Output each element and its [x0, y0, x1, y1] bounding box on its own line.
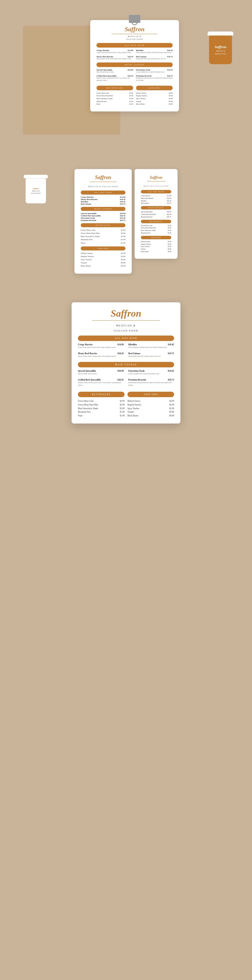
allday-hdr-sm: ALL DAY DISH: [141, 190, 171, 193]
bev-addon-xl: BEVERAGES Freeze Blast Coke$2.99 Freeze …: [78, 389, 174, 418]
xl-ao-2: Regular Nachos$3.99: [127, 403, 174, 407]
addon-4: Tomato$0.99: [136, 100, 173, 103]
xl-ao-1: Melted Cheese$4.99: [127, 399, 174, 403]
all-day-item-4: $19.75 Beef Salame Homemade fresh beef S…: [136, 56, 173, 60]
mid-ad-3: Ribollita$18.45: [81, 200, 125, 203]
sm-bev-1: Freeze Blast Coke$2.99: [141, 224, 171, 227]
brand-div-sm: [147, 181, 165, 181]
xl-ad-3: Meaty Beef Burrito $18.45 Special made w…: [78, 352, 124, 359]
mid-ao-2: Regular Nachos$3.99: [81, 255, 125, 258]
menu-card-bottom: Saffron MEXICAN &ITALIAN FOOD ALL DAY DI…: [71, 302, 181, 423]
xl-ao-4: Tomato$0.99: [127, 410, 174, 414]
main-hdr-mid: MAIN COURSE: [81, 207, 125, 211]
mid-bev-1: Freeze Blast Coke$2.99: [81, 229, 125, 232]
addons-list: Melted Cheese$4.99 Regular Nachos$3.99 S…: [136, 92, 173, 106]
sm-ad-4: Beef Salame$19.75: [141, 202, 171, 205]
addon-xl-col: ADD-ONS Melted Cheese$4.99 Regular Nacho…: [127, 389, 174, 418]
mid-ad-1: Crispy Burrito$14.99: [81, 196, 125, 198]
mid-ao-1: Melted Cheese$4.99: [81, 252, 125, 255]
addon-xl-list: Melted Cheese$4.99 Regular Nachos$3.99 S…: [127, 399, 174, 418]
addons-header: ADD-ONS: [136, 86, 173, 90]
main-item-2: $34.45 Fiorentina Steak A tasty medium r…: [136, 69, 173, 73]
beverages-list: Freeze Blast Coke$2.99 Freeze Blast Peps…: [97, 92, 133, 106]
sm-mc-2: Grilled Beef Quesadilla$26.45: [141, 213, 171, 216]
sm-ao-3: Spicy Nachos$2.99: [141, 245, 171, 248]
addon-3: Spicy Nachos$2.99: [136, 97, 173, 100]
cup-body-small-white: Saffron MEXICAN &ITALIAN FOOD: [25, 178, 46, 204]
bev-list-mid: Freeze Blast Coke$2.99 Freeze Blast Peps…: [81, 229, 125, 245]
brand-header: Saffron MEXICAN &ITALIAN FOOD: [97, 26, 173, 41]
xl-mc-1: Special Quesadilla $29.99 Special made w…: [78, 370, 124, 376]
allday-hdr-xl: ALL DAY DISH: [78, 336, 174, 341]
mid-mc-1: Special Quesadilla$29.99: [81, 212, 125, 215]
allday-grid-xl: Crispy Burrito $14.99 Crispy flour torti…: [78, 343, 174, 359]
addon-hdr-xl: ADD-ONS: [127, 392, 174, 397]
allday-list-mid: Crispy Burrito$14.99 Meaty Beef Burrito$…: [81, 196, 125, 205]
menu-card-small: Saffron MEXICAN & ITALIAN FOOD ALL DAY D…: [135, 169, 178, 259]
brand-name: Saffron: [97, 26, 173, 33]
cup-logo: Saffron MEXICAN &ITALIAN FOOD: [215, 45, 227, 55]
section-3: Saffron MEXICAN &ITALIAN FOOD ALL DAY DI…: [0, 291, 252, 441]
xl-bev-4: Mountain Dew$1.99: [78, 410, 125, 414]
bev-list-sm: Freeze Blast Coke$2.99 Freeze Blast Peps…: [141, 224, 171, 234]
menu-card-mid: Saffron MEXICAN & ITALIAN FOOD ALL DAY D…: [74, 169, 132, 274]
brand-div-xl: [92, 320, 160, 321]
section-2: Saffron MEXICAN &ITALIAN FOOD Saffron ME…: [0, 158, 252, 291]
brand-sub-xl: MEXICAN &ITALIAN FOOD: [114, 324, 139, 332]
bev-xl-col: BEVERAGES Freeze Blast Coke$2.99 Freeze …: [78, 389, 125, 418]
menu-card-top: Saffron MEXICAN &ITALIAN FOOD ALL DAY DI…: [90, 20, 179, 111]
coffee-cup-top-right: Saffron MEXICAN &ITALIAN FOOD: [206, 32, 235, 69]
addons-col: ADD-ONS Melted Cheese$4.99 Regular Nacho…: [136, 83, 173, 106]
xl-mc-4: Premium Braciole $29.75 Homemade premium…: [128, 379, 174, 388]
mid-ad-4: Beef Salame$19.75: [81, 203, 125, 205]
addon-hdr-sm: ADD-ONS: [141, 236, 171, 239]
sm-mc-1: Special Quesadilla$29.99: [141, 211, 171, 213]
xl-ad-2: Ribollita $18.45 Fresh authentic ribolli…: [128, 343, 174, 350]
sm-ad-1: Crispy Burrito$14.99: [141, 194, 171, 197]
sm-bev-2: Freeze Blast Pepsi Blue$2.99: [141, 227, 171, 229]
mid-ao-5: Black Beans$0.99: [81, 264, 125, 268]
cup-body: Saffron MEXICAN &ITALIAN FOOD: [209, 35, 232, 64]
brand-mid: Saffron MEXICAN & ITALIAN FOOD: [81, 175, 125, 188]
xl-ad-4: Beef Salame $19.75 Homemade fresh beef S…: [128, 352, 174, 359]
main-list-mid: Special Quesadilla$29.99 Grilled Beef Qu…: [81, 212, 125, 221]
brand-sub-mid: MEXICAN & ITALIAN FOOD: [88, 186, 118, 188]
mid-bev-5: Pepsi$1.99: [81, 242, 125, 245]
addon-2: Regular Nachos$3.99: [136, 95, 173, 97]
xl-ao-5: Black Beans$0.99: [127, 414, 174, 418]
addon-1: Melted Cheese$4.99: [136, 92, 173, 95]
xl-mc-3: Grilled Beef Quesadilla $26.45 Regular w…: [78, 379, 124, 388]
allday-list-sm: Crispy Burrito$14.99 Meaty Beef Burrito$…: [141, 194, 171, 205]
sm-ad-2: Meaty Beef Burrito$18.45: [141, 197, 171, 200]
bev-3: Blast Strawberry Shake$1.99: [97, 97, 133, 100]
mid-ad-2: Meaty Beef Burrito$18.45: [81, 198, 125, 200]
bev-4: Mountain Dew$1.99: [97, 100, 133, 103]
sm-bev-4: Mountain Dew$1.99: [141, 232, 171, 234]
brand-divider: [112, 34, 157, 34]
addon-list-mid: Melted Cheese$4.99 Regular Nachos$3.99 S…: [81, 252, 125, 268]
sm-mc-3: Premium Braciole$29.75: [141, 216, 171, 218]
bev-hdr-mid: BEVERAGES: [81, 223, 125, 227]
addon-list-sm: Melted Cheese$4.99 Regular Nachos$3.99 S…: [141, 240, 171, 253]
bev-hdr-xl: BEVERAGES: [78, 392, 125, 397]
cup-lid: [208, 32, 233, 35]
all-day-item-1: $14.99 Crispy Burrito Crispy flour torti…: [97, 49, 133, 54]
all-day-header: ALL DAY DISH: [97, 43, 173, 48]
cup-lid-small: [24, 175, 48, 178]
main-list-sm: Special Quesadilla$29.99 Grilled Beef Qu…: [141, 211, 171, 218]
sm-ad-3: Ribollita$18.45: [141, 200, 171, 202]
xl-bev-2: Freeze Blast Pepsi Blue$2.99: [78, 403, 125, 407]
brand-xl: Saffron MEXICAN &ITALIAN FOOD: [78, 308, 174, 332]
xl-ad-1: Crispy Burrito $14.99 Crispy flour torti…: [78, 343, 124, 350]
sm-ao-2: Regular Nachos$3.99: [141, 243, 171, 246]
xl-bev-5: Pepsi$1.99: [78, 414, 125, 418]
coffee-cup-mid-left: Saffron MEXICAN &ITALIAN FOOD: [23, 175, 49, 209]
brand-sub-sm: MEXICAN & ITALIAN FOOD: [144, 185, 168, 187]
main-grid-xl: Special Quesadilla $29.99 Special made w…: [78, 370, 174, 388]
xl-bev-1: Freeze Blast Coke$2.99: [78, 399, 125, 403]
brand-tagline: MEXICAN &ITALIAN FOOD: [97, 35, 173, 41]
sm-ao-1: Melted Cheese$4.99: [141, 240, 171, 243]
clipboard-clip: [129, 15, 140, 23]
main-item-4: $29.75 Premium Braciole Homemade premium…: [136, 75, 173, 81]
brand-name-mid: Saffron: [81, 175, 125, 181]
